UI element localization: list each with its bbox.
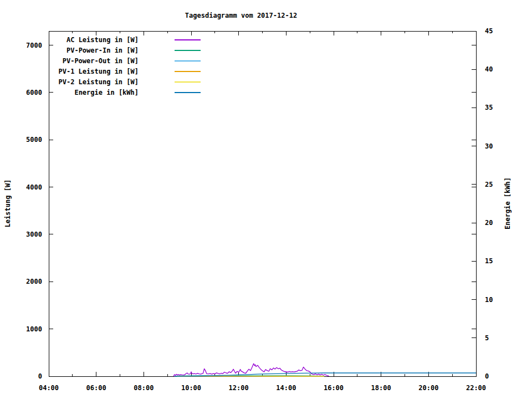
legend-item: AC Leistung in [W] (53, 34, 201, 45)
legend-color-line (175, 81, 201, 83)
legend-item: PV-Power-Out in [W] (53, 55, 201, 66)
x-axis-tick-label: 22:00 (466, 384, 486, 392)
legend-item: PV-1 Leistung in [W] (53, 66, 201, 76)
legend-label: PV-2 Leistung in [W] (53, 78, 139, 86)
x-axis-tick-label: 16:00 (324, 384, 344, 392)
x-axis-tick-label: 12:00 (229, 384, 249, 392)
y1-axis-tick-label: 3000 (26, 231, 42, 238)
x-axis-tick-label: 08:00 (134, 384, 154, 392)
chart-canvas: Tagesdiagramm vom 2017-12-12 Leistung [W… (0, 0, 532, 399)
y2-axis-tick-label: 40 (485, 65, 493, 73)
x-axis-tick-label: 18:00 (371, 384, 391, 392)
y2-axis-tick-label: 30 (485, 142, 493, 150)
y1-axis-tick-label: 4000 (26, 183, 42, 191)
x-axis-tick-label: 06:00 (86, 384, 106, 392)
y1-axis-tick-label: 2000 (26, 278, 42, 285)
legend-item: Energie in [kWh] (53, 87, 201, 98)
y1-axis-tick-label: 1000 (26, 325, 42, 333)
legend-color-line (175, 92, 201, 93)
legend-label: PV-Power-Out in [W] (53, 57, 139, 65)
y2-axis-tick-label: 15 (485, 257, 493, 265)
legend-item: PV-Power-In in [W] (53, 45, 201, 55)
y2-axis-tick-label: 35 (485, 104, 493, 111)
x-axis-tick-label: 20:00 (418, 384, 438, 392)
legend-color-line (175, 50, 201, 51)
legend-color-line (175, 39, 201, 40)
y1-axis-tick-label: 7000 (26, 42, 42, 49)
y1-axis-tick-label: 0 (38, 372, 42, 380)
x-axis-tick-label: 14:00 (276, 384, 296, 392)
y2-axis-tick-label: 5 (485, 334, 489, 342)
y2-axis-tick-label: 10 (485, 296, 493, 304)
legend-label: Energie in [kWh] (53, 89, 139, 96)
legend-label: PV-Power-In in [W] (53, 47, 139, 54)
x-axis-tick-label: 10:00 (181, 384, 201, 392)
x-axis-tick-label: 04:00 (39, 384, 59, 392)
y2-axis-tick-label: 45 (485, 27, 493, 35)
y1-axis-tick-label: 6000 (26, 89, 42, 96)
y1-axis-tick-label: 5000 (26, 136, 42, 144)
legend-label: PV-1 Leistung in [W] (53, 68, 139, 75)
y2-axis-tick-label: 20 (485, 219, 493, 227)
y2-axis-tick-label: 0 (485, 372, 489, 380)
legend-label: AC Leistung in [W] (53, 36, 139, 44)
legend: AC Leistung in [W]PV-Power-In in [W]PV-P… (53, 34, 201, 98)
legend-color-line (175, 71, 201, 72)
legend-item: PV-2 Leistung in [W] (53, 76, 201, 87)
legend-color-line (175, 60, 201, 62)
y2-axis-ticks: 051015202530354045 (472, 27, 493, 380)
y2-axis-tick-label: 25 (485, 181, 493, 188)
